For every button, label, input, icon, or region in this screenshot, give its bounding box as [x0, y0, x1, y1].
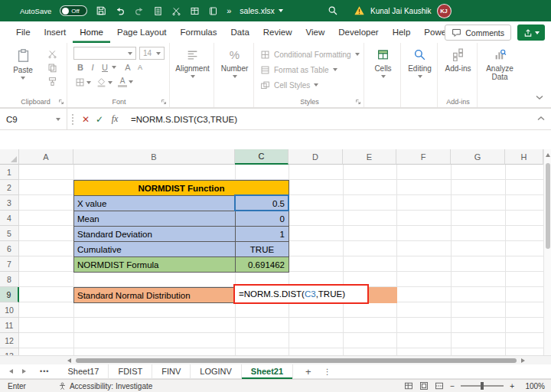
tab-page-layout[interactable]: Page Layout [110, 21, 174, 43]
save-icon[interactable] [96, 5, 106, 16]
borders-button[interactable] [75, 77, 91, 87]
alignment-menu-button[interactable]: Alignment [171, 43, 214, 96]
row-header-1[interactable]: 1 [0, 165, 19, 180]
column-header-c[interactable]: C [235, 149, 289, 165]
cell-styles-button[interactable]: Cell Styles [256, 77, 364, 93]
qat-overflow-chevrons[interactable]: » [227, 6, 231, 15]
cell-b4[interactable]: Mean [73, 211, 236, 227]
column-header-b[interactable]: B [73, 149, 235, 165]
cell-b5[interactable]: Standard Deviation [73, 226, 236, 242]
page-break-view-icon[interactable] [435, 381, 444, 390]
tab-developer[interactable]: Developer [331, 21, 385, 43]
zoom-level[interactable]: 100% [520, 382, 545, 390]
zoom-slider-thumb[interactable] [481, 382, 484, 390]
qat-table-icon[interactable] [190, 6, 200, 16]
tab-help[interactable]: Help [386, 21, 418, 43]
cell-b9[interactable]: Standard Normal Distribution [73, 287, 236, 303]
row-header-4[interactable]: 4 [0, 211, 19, 226]
name-box[interactable]: C9 [0, 109, 67, 129]
row-header-2[interactable]: 2 [0, 180, 19, 195]
cell-c6[interactable]: TRUE [235, 241, 289, 257]
tab-home[interactable]: Home [73, 21, 110, 43]
cell-c5[interactable]: 1 [235, 226, 289, 242]
undo-icon[interactable] [115, 5, 126, 16]
tab-review[interactable]: Review [256, 21, 299, 43]
vertical-scrollbar[interactable] [543, 149, 551, 355]
qat-cut-icon[interactable] [171, 6, 181, 16]
sheet-tab-sheet17[interactable]: Sheet17 [58, 364, 109, 379]
row-header-11[interactable]: 11 [0, 318, 19, 333]
insert-function-icon[interactable]: fx [106, 113, 123, 125]
cut-icon[interactable] [47, 49, 57, 59]
sheet-tab-fdist[interactable]: FDIST [109, 364, 152, 379]
cell-c4[interactable]: 0 [235, 211, 289, 227]
column-header-a[interactable]: A [19, 149, 73, 165]
cell-b3[interactable]: X value [73, 195, 236, 211]
conditional-formatting-button[interactable]: Conditional Formatting [256, 47, 364, 62]
cell-b6[interactable]: Cumulative [73, 241, 236, 257]
formula-annotation-box[interactable]: =NORM.S.DIST(C3,TRUE) [233, 284, 369, 304]
row-header-8[interactable]: 8 [0, 272, 19, 287]
page-layout-view-icon[interactable] [419, 381, 429, 390]
share-button[interactable] [517, 24, 545, 41]
autosave-toggle[interactable]: Off [60, 5, 87, 16]
styles-dialog-launcher-icon[interactable] [355, 99, 361, 105]
analyze-data-button[interactable]: AnalyzeData [479, 43, 520, 96]
horizontal-scroll-thumb[interactable] [76, 358, 517, 363]
avatar[interactable]: KJ [437, 4, 452, 18]
row-header-12[interactable]: 12 [0, 333, 19, 348]
document-title[interactable]: sales.xlsx [240, 6, 283, 15]
tab-formulas[interactable]: Formulas [174, 21, 224, 43]
zoom-slider[interactable] [461, 385, 504, 387]
format-as-table-button[interactable]: Format as Table [256, 62, 364, 77]
vertical-scroll-thumb[interactable] [546, 163, 550, 249]
zoom-out-button[interactable]: − [450, 382, 455, 390]
warning-icon[interactable] [354, 5, 365, 16]
row-header-3[interactable]: 3 [0, 195, 19, 211]
italic-button[interactable]: I [87, 63, 98, 72]
sheet-next-icon[interactable] [22, 369, 26, 374]
tab-data[interactable]: Data [224, 21, 256, 43]
cell-c7[interactable]: 0.691462 [235, 256, 289, 273]
row-header-13[interactable]: 13 [0, 348, 19, 355]
cell-b2-title[interactable]: NORMDIST Function [73, 180, 289, 196]
row-header-10[interactable]: 10 [0, 302, 19, 318]
sheet-tab-sheet21[interactable]: Sheet21 [242, 364, 293, 379]
font-size-select[interactable]: 14 [139, 47, 165, 60]
cells-menu-button[interactable]: Cells [366, 43, 400, 96]
column-header-e[interactable]: E [343, 149, 396, 165]
scroll-right-icon[interactable] [521, 358, 525, 363]
normal-view-icon[interactable] [404, 381, 413, 390]
select-all-corner[interactable] [0, 149, 19, 165]
cell-c3[interactable]: 0.5 [235, 195, 289, 211]
format-painter-icon[interactable] [47, 77, 57, 87]
tab-file[interactable]: File [9, 21, 37, 43]
font-name-select[interactable] [73, 47, 136, 60]
redo-icon[interactable] [134, 5, 145, 16]
decrease-font-button[interactable]: A [135, 64, 145, 71]
tab-insert[interactable]: Insert [37, 21, 73, 43]
scroll-left-icon[interactable] [67, 358, 71, 363]
editing-menu-button[interactable]: Editing [403, 43, 437, 96]
qat-book-icon[interactable] [208, 6, 218, 16]
increase-font-button[interactable]: A [122, 63, 133, 72]
column-header-h[interactable]: H [505, 149, 543, 165]
sheet-tab-finv[interactable]: FINV [152, 364, 191, 379]
sheet-list-icon[interactable]: ⋮ [324, 368, 331, 376]
tab-view[interactable]: View [299, 21, 332, 43]
font-color-button[interactable]: A [118, 77, 133, 87]
sheet-prev-icon[interactable] [9, 369, 13, 374]
scroll-up-icon[interactable] [546, 153, 550, 157]
cancel-icon[interactable]: ✕ [79, 114, 93, 125]
addins-button[interactable]: Add-ins [439, 43, 477, 96]
font-dialog-launcher-icon[interactable] [161, 99, 167, 105]
expand-formula-bar-icon[interactable] [537, 115, 545, 121]
formula-input[interactable]: =NORM.S.DIST(C3,TRUE) [131, 115, 237, 124]
collapse-ribbon-icon[interactable] [536, 95, 543, 101]
column-header-g[interactable]: G [451, 149, 505, 165]
enter-icon[interactable]: ✓ [93, 114, 106, 125]
horizontal-scrollbar[interactable] [0, 355, 551, 364]
cell-b7[interactable]: NORMDIST Formula [73, 256, 236, 273]
bold-button[interactable]: B [75, 63, 86, 72]
row-header-5[interactable]: 5 [0, 226, 19, 241]
